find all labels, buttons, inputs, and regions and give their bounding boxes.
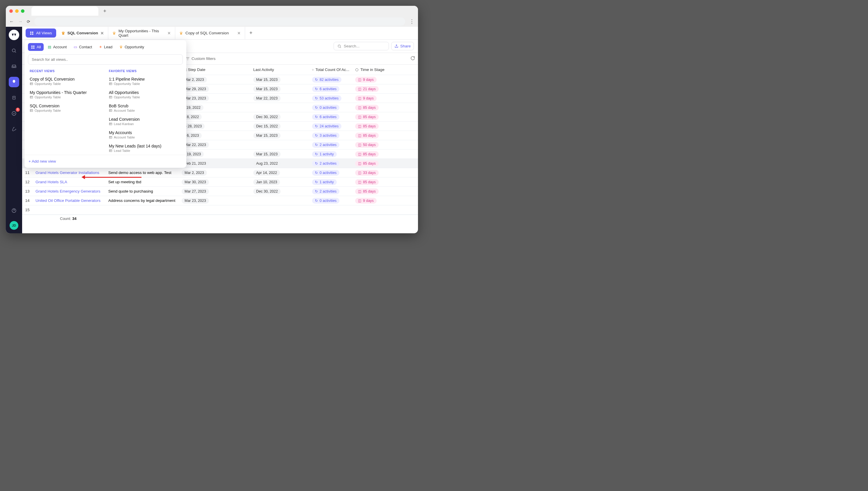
- activity-count[interactable]: ↻2 activities: [312, 161, 339, 166]
- view-list-item[interactable]: My AccountsAccount Table: [107, 128, 183, 142]
- view-tab[interactable]: ♛ My Opportunities - This Quart ✕: [108, 27, 175, 39]
- rocket-icon[interactable]: [9, 77, 19, 87]
- view-list-item[interactable]: All OpportunitiesOpportunity Table: [107, 88, 183, 102]
- count-icon: [312, 68, 314, 71]
- back-button[interactable]: ←: [9, 19, 14, 24]
- search-icon[interactable]: [9, 46, 19, 56]
- custom-filters-button[interactable]: Custom filters: [186, 56, 216, 61]
- settings-icon[interactable]: [9, 124, 19, 135]
- panel-tab-all[interactable]: All: [28, 43, 44, 51]
- view-list-item[interactable]: Lead ConversionLead Kanban: [107, 115, 183, 128]
- all-views-tab[interactable]: All Views: [26, 29, 56, 37]
- inbox-icon[interactable]: [9, 61, 19, 71]
- view-list-item[interactable]: Copy of SQL ConversionOpportunity Table: [28, 75, 104, 88]
- panel-tab-opportunity[interactable]: ♛Opportunity: [116, 43, 147, 51]
- app-sidebar: 6 JD: [6, 27, 22, 233]
- next-step-cell: Send quote to purchasing: [105, 189, 179, 194]
- forward-button[interactable]: →: [18, 19, 23, 24]
- row-number: 15: [22, 208, 33, 212]
- time-in-stage: ◫85 days: [355, 123, 379, 129]
- activity-count[interactable]: ↻0 activities: [312, 170, 339, 176]
- add-new-view-button[interactable]: + Add new view: [29, 159, 56, 164]
- address-bar[interactable]: [34, 18, 405, 26]
- panel-tab-lead[interactable]: ✶Lead: [96, 43, 115, 51]
- table-row[interactable]: 13Grand Hotels Emergency GeneratorsSend …: [22, 187, 418, 196]
- help-icon[interactable]: [9, 205, 19, 216]
- opportunity-link[interactable]: Grand Hotels Generator Installations: [35, 170, 99, 175]
- activity-count[interactable]: ↻82 activities: [312, 77, 341, 83]
- time-in-stage: ◫9 days: [355, 198, 377, 204]
- views-panel: All ▤Account ▭Contact ✶Lead ♛Opportunity…: [24, 40, 186, 168]
- svg-rect-5: [32, 31, 33, 33]
- close-icon[interactable]: ✕: [237, 31, 241, 35]
- search-icon: [337, 44, 341, 48]
- filter-icon: [186, 57, 190, 61]
- search-placeholder: Search...: [344, 44, 360, 48]
- badge: 6: [16, 108, 20, 112]
- user-avatar[interactable]: JD: [9, 221, 18, 230]
- panel-tab-account[interactable]: ▤Account: [45, 43, 69, 51]
- activity-count[interactable]: ↻0 activities: [312, 105, 339, 111]
- next-step-date: Mar 2, 2023: [181, 170, 207, 176]
- svg-rect-11: [31, 46, 33, 47]
- search-input[interactable]: Search...: [334, 42, 389, 50]
- activity-count[interactable]: ↻6 activities: [312, 86, 339, 92]
- table-row[interactable]: 14United Oil Office Portable GeneratorsA…: [22, 196, 418, 205]
- last-activity: Jan 10, 2023: [253, 179, 280, 185]
- new-view-tab-button[interactable]: +: [245, 27, 257, 39]
- browser-tab[interactable]: [31, 6, 99, 16]
- tasks-icon[interactable]: 6: [9, 108, 19, 119]
- activity-count[interactable]: ↻2 activities: [312, 142, 339, 148]
- new-browser-tab-button[interactable]: +: [101, 7, 109, 15]
- views-search-input[interactable]: [28, 54, 183, 64]
- time-in-stage: ◫85 days: [355, 105, 379, 111]
- col-time-in-stage[interactable]: Time in Stage: [360, 67, 385, 72]
- view-list-item[interactable]: 1:1 Pipeline ReviewOpportunity Table: [107, 75, 183, 88]
- view-list-item[interactable]: My Opportunities - This QuarterOpportuni…: [28, 88, 104, 102]
- activity-count[interactable]: ↻3 activities: [312, 133, 339, 139]
- next-step-cell: Send demo access to web app. Test: [105, 170, 179, 175]
- opportunity-link[interactable]: Grand Hotels Emergency Generators: [35, 189, 101, 194]
- browser-menu-icon[interactable]: ⋮: [409, 18, 415, 25]
- activity-count[interactable]: ↻24 activities: [312, 123, 341, 129]
- share-icon: [394, 44, 398, 48]
- opportunity-link[interactable]: United Oil Office Portable Generators: [35, 198, 101, 203]
- view-list-item[interactable]: My New Leads (last 14 days)Lead Table: [107, 142, 183, 155]
- view-list-item[interactable]: SQL ConversionOpportunity Table: [28, 102, 104, 115]
- time-in-stage: ◫85 days: [355, 114, 379, 120]
- count-row: Count: 34: [22, 215, 418, 222]
- last-activity: Dec 15, 2022: [253, 123, 281, 129]
- col-total-count[interactable]: Total Count Of Ac...: [315, 67, 349, 72]
- activity-count[interactable]: ↻6 activities: [312, 114, 339, 120]
- window-controls[interactable]: [9, 9, 24, 13]
- close-window-icon[interactable]: [9, 9, 13, 13]
- view-list-item[interactable]: BoB ScrubAccount Table: [107, 102, 183, 115]
- annotation-arrow: [84, 177, 141, 178]
- activity-count[interactable]: ↻0 activities: [312, 198, 339, 204]
- activity-count[interactable]: ↻1 activity: [312, 179, 337, 185]
- view-tab[interactable]: ♛ SQL Conversion ✕: [57, 27, 109, 39]
- last-activity: Mar 15, 2023: [253, 151, 281, 157]
- note-icon[interactable]: [9, 92, 19, 103]
- activity-count[interactable]: ↻1 activity: [312, 151, 337, 157]
- close-icon[interactable]: ✕: [167, 31, 171, 35]
- close-icon[interactable]: ✕: [101, 31, 104, 35]
- activity-count[interactable]: ↻2 activities: [312, 189, 339, 194]
- table-row[interactable]: 15: [22, 205, 418, 215]
- opportunity-link[interactable]: Grand Hotels SLA: [35, 180, 67, 184]
- last-activity: Dec 30, 2022: [253, 114, 281, 120]
- reload-button[interactable]: ⟳: [27, 19, 30, 24]
- crown-icon: ♛: [179, 31, 183, 35]
- col-last-activity[interactable]: Last Activity: [253, 67, 274, 72]
- app-logo[interactable]: [9, 30, 19, 40]
- panel-tab-contact[interactable]: ▭Contact: [71, 43, 95, 51]
- row-number: 12: [22, 180, 33, 184]
- activity-count[interactable]: ↻53 activities: [312, 95, 341, 101]
- browser-window: + ← → ⟳ ⋮: [6, 6, 418, 233]
- refresh-icon[interactable]: [411, 56, 415, 61]
- share-label: Share: [400, 44, 411, 48]
- share-button[interactable]: Share: [391, 42, 414, 50]
- minimize-window-icon[interactable]: [15, 9, 19, 13]
- view-tab[interactable]: ♛ Copy of SQL Conversion ✕: [175, 27, 245, 39]
- maximize-window-icon[interactable]: [21, 9, 24, 13]
